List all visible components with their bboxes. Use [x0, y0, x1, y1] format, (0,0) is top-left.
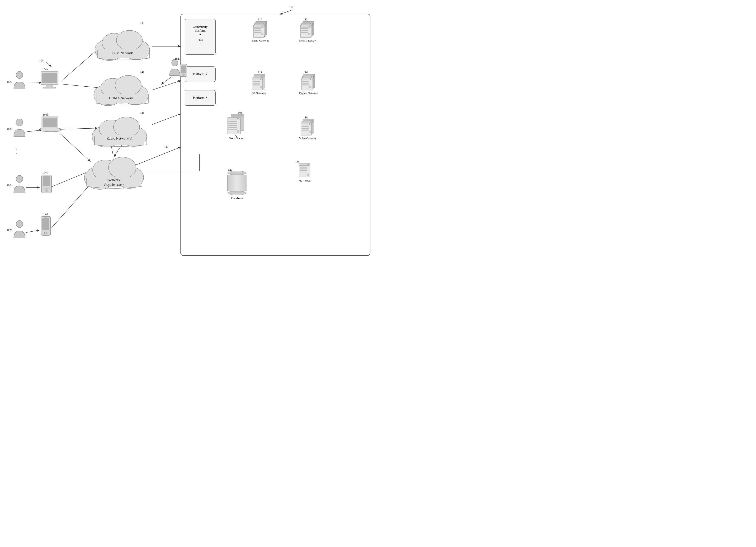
- database-cylinder: Database: [227, 171, 246, 200]
- svg-rect-127: [302, 126, 309, 127]
- svg-point-79: [261, 33, 263, 35]
- ref-128: 128: [140, 111, 144, 115]
- svg-rect-173: [44, 217, 47, 218]
- svg-line-1: [46, 62, 51, 66]
- svg-rect-76: [254, 30, 261, 31]
- svg-point-177: [183, 74, 184, 76]
- svg-point-169: [16, 221, 23, 228]
- svg-text:Network: Network: [108, 178, 120, 182]
- im-gateway-server: IM Gateway: [252, 74, 266, 95]
- svg-rect-75: [254, 28, 261, 29]
- ref-118: 118: [303, 116, 308, 119]
- paging-gateway-server: Paging Gateway: [299, 74, 318, 95]
- ref-102b: 102b: [7, 128, 12, 131]
- svg-rect-129: [302, 130, 309, 131]
- user-102a: [12, 71, 27, 90]
- svg-rect-136: [300, 170, 307, 171]
- platform-z-label: Platform Z: [193, 96, 207, 100]
- ref-104a: 104a: [42, 68, 48, 71]
- svg-rect-171: [42, 218, 49, 230]
- pda-104c: [40, 175, 53, 195]
- svg-rect-135: [300, 169, 307, 170]
- svg-line-13: [153, 81, 180, 90]
- svg-point-172: [44, 232, 47, 234]
- svg-rect-151: [228, 127, 237, 128]
- svg-line-3: [27, 130, 42, 132]
- ref-126: 126: [140, 70, 144, 74]
- sms-gateway-server: SMS Gateway: [299, 21, 316, 43]
- svg-point-69: [264, 22, 265, 23]
- platform-z-box: Platform Z: [185, 90, 216, 106]
- svg-point-155: [16, 71, 23, 79]
- web-server-label: Web Server: [229, 136, 245, 140]
- ref-101: 101: [289, 5, 293, 9]
- user-102d: [12, 220, 27, 239]
- svg-line-16: [152, 114, 180, 125]
- email-gateway-label: Email Gateway: [252, 39, 269, 43]
- svg-rect-116: [302, 85, 309, 85]
- ref-124: 124: [140, 21, 144, 24]
- svg-rect-157: [42, 73, 57, 83]
- ref-110: 110: [258, 18, 262, 21]
- ref-116: 116: [303, 71, 308, 74]
- laptop-104b: [40, 116, 62, 134]
- svg-point-91: [309, 26, 310, 27]
- svg-rect-165: [43, 176, 50, 186]
- community-platform-label: Community Platform A · 130 · ·: [193, 25, 208, 49]
- ref-100: 100: [39, 59, 43, 62]
- svg-point-153: [237, 118, 239, 119]
- svg-point-137: [307, 164, 309, 165]
- platform-y-box: Platform Y: [185, 66, 216, 82]
- svg-line-2: [27, 83, 42, 83]
- diagram: GSM Network CDMA Network R: [0, 0, 378, 274]
- cdma-cloud: CDMA Network: [89, 70, 153, 107]
- svg-point-61: [109, 157, 136, 179]
- svg-point-82: [311, 22, 312, 23]
- platform-y-label: Platform Y: [193, 72, 208, 76]
- svg-rect-150: [228, 125, 237, 126]
- gsm-cloud: GSM Network: [90, 24, 154, 62]
- ref-109: 109: [294, 160, 299, 164]
- svg-rect-148: [228, 121, 237, 122]
- svg-rect-114: [302, 81, 309, 82]
- svg-text:(e.g., Internet): (e.g., Internet): [104, 183, 124, 187]
- email-gateway-server: Email Gateway: [252, 21, 269, 43]
- web-server: Web Server: [227, 114, 246, 140]
- svg-rect-128: [302, 128, 309, 129]
- svg-point-130: [309, 123, 310, 125]
- svg-point-34: [116, 30, 142, 50]
- svg-rect-176: [181, 66, 186, 73]
- voice-gateway-label: Voice Gateway: [299, 137, 317, 140]
- user-102b: [12, 119, 27, 138]
- svg-text:CDMA Network: CDMA Network: [109, 96, 133, 100]
- svg-point-92: [308, 33, 310, 35]
- ref-102c: 102c: [7, 184, 12, 187]
- im-gateway-label: IM Gateway: [252, 92, 266, 95]
- svg-rect-162: [43, 118, 57, 127]
- svg-rect-103: [253, 85, 260, 85]
- svg-rect-102: [253, 83, 260, 84]
- text-pbx-label: Text PBX: [299, 180, 311, 183]
- mobile-user-104e: [168, 59, 189, 81]
- svg-point-104: [260, 78, 261, 80]
- radio-cloud: Radio Network(s): [87, 112, 151, 148]
- svg-rect-159: [43, 87, 56, 88]
- db-body: [227, 175, 246, 191]
- computer-104a: [40, 71, 61, 91]
- svg-point-108: [312, 75, 313, 76]
- svg-point-154: [237, 130, 239, 133]
- svg-point-85: [310, 24, 311, 25]
- svg-rect-115: [302, 83, 309, 84]
- svg-rect-158: [46, 85, 53, 87]
- svg-rect-168: [47, 188, 49, 189]
- paging-gateway-label: Paging Gateway: [299, 92, 318, 95]
- ref-104e: 104e: [175, 57, 180, 61]
- svg-rect-89: [301, 30, 308, 31]
- svg-point-105: [260, 86, 262, 88]
- svg-point-121: [311, 120, 313, 121]
- ref-112: 112: [303, 18, 308, 21]
- svg-rect-101: [253, 81, 260, 82]
- svg-point-138: [307, 174, 309, 176]
- svg-text:GSM Network: GSM Network: [112, 51, 133, 55]
- text-pbx-server: Text PBX: [299, 163, 311, 183]
